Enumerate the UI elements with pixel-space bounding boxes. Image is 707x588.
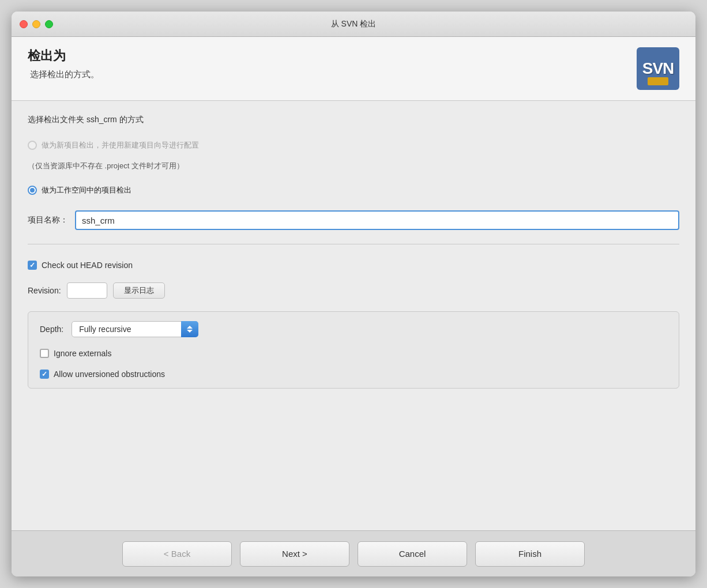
depth-row: Depth: Fully recursive Immediate childre… xyxy=(40,321,667,337)
header-area: 检出为 选择检出的方式。 SVN xyxy=(12,37,695,101)
revision-label: Revision: xyxy=(28,286,61,295)
finish-button[interactable]: Finish xyxy=(475,541,585,567)
traffic-lights xyxy=(20,20,53,28)
ignore-externals-row: Ignore externals xyxy=(40,349,667,358)
svn-logo-text: SVN xyxy=(642,59,674,78)
radio-workspace-project-label: 做为工作空间中的项目检出 xyxy=(42,185,131,195)
back-button[interactable]: < Back xyxy=(122,541,232,567)
title-bar: 从 SVN 检出 xyxy=(12,12,695,37)
depth-select[interactable]: Fully recursive Immediate children Only … xyxy=(72,321,198,337)
footer: < Back Next > Cancel Finish xyxy=(12,530,695,576)
maximize-button[interactable] xyxy=(45,20,53,28)
header-title: 检出为 xyxy=(28,47,99,65)
next-button[interactable]: Next > xyxy=(240,541,349,567)
hint-text: （仅当资源库中不存在 .project 文件时才可用） xyxy=(28,161,679,171)
show-log-button[interactable]: 显示日志 xyxy=(113,282,165,299)
checkout-head-label: Check out HEAD revision xyxy=(42,261,133,270)
divider-1 xyxy=(28,244,679,244)
header-text: 检出为 选择检出的方式。 xyxy=(28,47,99,80)
checkout-head-checkbox[interactable] xyxy=(28,261,37,270)
revision-input[interactable] xyxy=(67,282,107,299)
svn-logo: SVN xyxy=(637,47,679,90)
section-title: 选择检出文件夹 ssh_crm 的方式 xyxy=(28,115,679,125)
radio-new-project-label: 做为新项目检出，并使用新建项目向导进行配置 xyxy=(42,140,199,150)
window-title: 从 SVN 检出 xyxy=(331,19,377,29)
project-name-input[interactable] xyxy=(75,210,679,230)
allow-unversioned-label: Allow unversioned obstructions xyxy=(54,370,165,379)
depth-label: Depth: xyxy=(40,325,63,334)
allow-unversioned-row: Allow unversioned obstructions xyxy=(40,370,667,379)
project-name-label: 项目名称： xyxy=(28,215,68,225)
project-name-row: 项目名称： xyxy=(28,210,679,230)
depth-panel: Depth: Fully recursive Immediate childre… xyxy=(28,311,679,389)
radio-new-project[interactable] xyxy=(28,141,37,150)
radio-workspace-project[interactable] xyxy=(28,186,37,195)
cancel-button[interactable]: Cancel xyxy=(358,541,467,567)
ignore-externals-checkbox[interactable] xyxy=(40,349,49,358)
svn-logo-chip xyxy=(648,77,668,85)
header-subtitle: 选择检出的方式。 xyxy=(30,69,99,80)
revision-row: Revision: 显示日志 xyxy=(28,282,679,299)
allow-unversioned-checkbox[interactable] xyxy=(40,370,49,379)
ignore-externals-label: Ignore externals xyxy=(54,349,111,358)
main-window: 从 SVN 检出 检出为 选择检出的方式。 SVN 选择检出文件夹 ssh_cr… xyxy=(12,12,695,576)
checkout-head-row: Check out HEAD revision xyxy=(28,261,679,270)
radio-option2-row: 做为工作空间中的项目检出 xyxy=(28,185,679,195)
radio-option1-row: 做为新项目检出，并使用新建项目向导进行配置 xyxy=(28,140,679,150)
close-button[interactable] xyxy=(20,20,28,28)
main-content: 选择检出文件夹 ssh_crm 的方式 做为新项目检出，并使用新建项目向导进行配… xyxy=(12,101,695,530)
minimize-button[interactable] xyxy=(32,20,40,28)
depth-select-wrapper: Fully recursive Immediate children Only … xyxy=(72,321,198,337)
